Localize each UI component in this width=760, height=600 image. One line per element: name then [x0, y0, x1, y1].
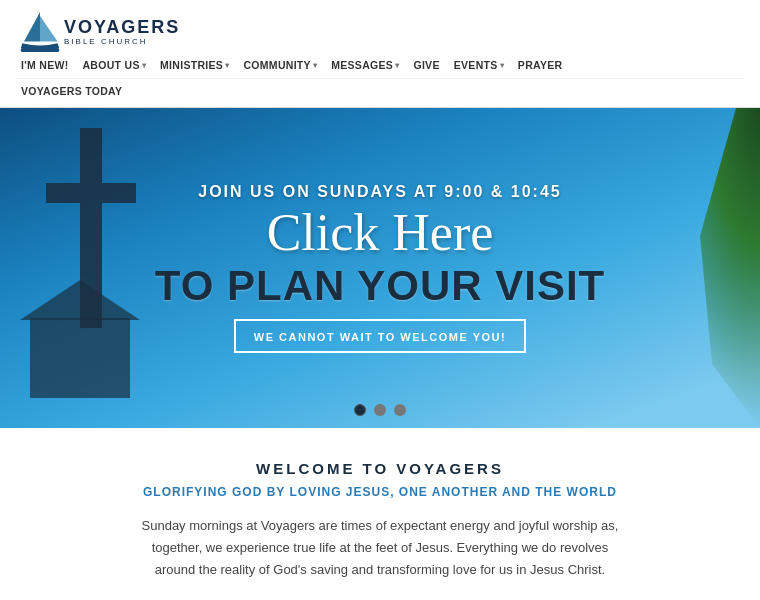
hero-welcome-box: WE CANNOT WAIT TO WELCOME YOU! [234, 319, 526, 353]
nav-item-give[interactable]: GIVE [408, 56, 444, 74]
hero-content: JOIN US ON SUNDAYS AT 9:00 & 10:45 Click… [135, 163, 626, 373]
hero-welcome-text: WE CANNOT WAIT TO WELCOME YOU! [254, 331, 506, 343]
chevron-down-icon: ▾ [142, 61, 146, 70]
hero-click-here-text: Click Here [155, 207, 606, 259]
nav-top: I'M NEW! ABOUT US ▾ MINISTRIES ▾ COMMUNI… [16, 56, 744, 74]
svg-marker-0 [24, 12, 40, 42]
welcome-body: Sunday mornings at Voyagers are times of… [130, 515, 630, 581]
nav-item-voyagers-today[interactable]: VOYAGERS TODAY [16, 83, 127, 99]
svg-rect-2 [21, 48, 59, 52]
chevron-down-icon: ▾ [225, 61, 229, 70]
nav-item-prayer[interactable]: PRAYER [513, 56, 568, 74]
welcome-title: WELCOME TO VOYAGERS [60, 460, 700, 477]
logo-icon [16, 8, 64, 56]
nav-item-new[interactable]: I'M NEW! [16, 56, 73, 74]
nav-item-messages[interactable]: MESSAGES ▾ [326, 56, 404, 74]
carousel-dot-3[interactable] [394, 404, 406, 416]
main-nav: I'M NEW! ABOUT US ▾ MINISTRIES ▾ COMMUNI… [16, 56, 744, 99]
logo-text: VOYAGERS BIBLE CHURCH [64, 18, 180, 47]
hero-sundays-text: JOIN US ON SUNDAYS AT 9:00 & 10:45 [155, 183, 606, 201]
logo-title: VOYAGERS [64, 18, 180, 38]
logo[interactable]: VOYAGERS BIBLE CHURCH [16, 8, 180, 56]
nav-item-events[interactable]: EVENTS ▾ [449, 56, 509, 74]
nav-item-about[interactable]: ABOUT US ▾ [77, 56, 151, 74]
nav-item-ministries[interactable]: MINISTRIES ▾ [155, 56, 234, 74]
logo-subtitle: BIBLE CHURCH [64, 37, 180, 46]
chevron-down-icon: ▾ [500, 61, 504, 70]
chevron-down-icon: ▾ [313, 61, 317, 70]
building-roof [20, 280, 140, 320]
site-header: VOYAGERS BIBLE CHURCH I'M NEW! ABOUT US … [0, 0, 760, 108]
nav-item-community[interactable]: COMMUNITY ▾ [238, 56, 322, 74]
carousel-dot-1[interactable] [354, 404, 366, 416]
hero-banner[interactable]: JOIN US ON SUNDAYS AT 9:00 & 10:45 Click… [0, 108, 760, 428]
carousel-dot-2[interactable] [374, 404, 386, 416]
hero-plan-visit-text: TO PLAN YOUR VISIT [155, 263, 606, 309]
building-silhouette [30, 318, 130, 398]
chevron-down-icon: ▾ [395, 61, 399, 70]
welcome-section: WELCOME TO VOYAGERS GLORIFYING GOD BY LO… [0, 428, 760, 600]
nav-bottom: VOYAGERS TODAY [16, 78, 744, 99]
carousel-dots [354, 404, 406, 416]
welcome-subtitle: GLORIFYING GOD BY LOVING JESUS, ONE ANOT… [60, 485, 700, 499]
svg-marker-1 [40, 16, 58, 42]
